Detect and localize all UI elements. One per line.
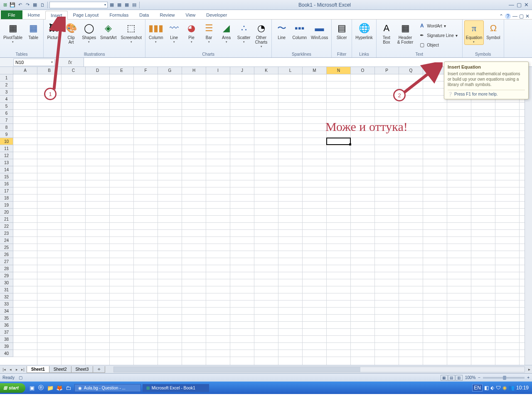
row-header-7[interactable]: 7 [0, 117, 13, 124]
tb-ie-icon[interactable]: ⓔ [37, 384, 45, 392]
qat-x2-icon[interactable]: ▦ [116, 2, 123, 8]
row-header-14[interactable]: 14 [0, 166, 13, 173]
header-footer-button[interactable]: ▦Header & Footer [396, 20, 415, 46]
col-header-E[interactable]: E [110, 67, 134, 74]
view-normal[interactable]: ▦ [441, 375, 448, 381]
row-header-31[interactable]: 31 [0, 286, 13, 293]
col-header-D[interactable]: D [86, 67, 110, 74]
col-header-H[interactable]: H [182, 67, 206, 74]
col-header-M[interactable]: M [303, 67, 327, 74]
row-header-16[interactable]: 16 [0, 180, 13, 187]
row-header-35[interactable]: 35 [0, 315, 13, 322]
col-header-B[interactable]: B [37, 67, 62, 74]
row-header-3[interactable]: 3 [0, 89, 13, 96]
row-header-39[interactable]: 39 [0, 343, 13, 350]
taskbar-task-chrome[interactable]: ◉Aula.bg - Question - ... [74, 384, 141, 392]
row-header-18[interactable]: 18 [0, 195, 13, 202]
col-header-I[interactable]: I [206, 67, 230, 74]
qat-x4-icon[interactable]: ▤ [131, 2, 138, 8]
name-box[interactable]: N10▾ [13, 59, 55, 66]
line-chart-button[interactable]: 〰Line▾ [166, 20, 182, 45]
tb-folder-icon[interactable]: 🗀 [64, 384, 73, 392]
sparkline-column-button[interactable]: ▪▪▪Column [291, 20, 308, 41]
row-header-15[interactable]: 15 [0, 173, 13, 180]
row-header-13[interactable]: 13 [0, 159, 13, 166]
zoom-in-icon[interactable]: + [527, 375, 530, 380]
undo-icon[interactable]: ↶ [17, 2, 23, 8]
clipart-button[interactable]: 🎨Clip Art [63, 20, 79, 46]
tab-developer[interactable]: Developer [201, 10, 232, 19]
row-header-27[interactable]: 27 [0, 258, 13, 265]
hscroll-right[interactable]: ▸ [527, 367, 532, 372]
col-header-F[interactable]: F [134, 67, 158, 74]
tab-pagelayout[interactable]: Page Layout [68, 10, 104, 19]
col-header-L[interactable]: L [278, 67, 303, 74]
select-all-corner[interactable] [0, 67, 13, 74]
help-icon[interactable]: ? [505, 13, 511, 19]
row-header-22[interactable]: 22 [0, 223, 13, 230]
taskbar-task-excel[interactable]: ⊞Microsoft Excel - Book1 [143, 384, 209, 392]
row-header-10[interactable]: 10 [0, 138, 13, 145]
col-header-O[interactable]: O [351, 67, 375, 74]
row-header-1[interactable]: 1 [0, 74, 13, 81]
doc-restore-icon[interactable]: ▢ [519, 13, 524, 19]
row-header-25[interactable]: 25 [0, 244, 13, 251]
qat-btn2-icon[interactable]: 🗋 [39, 2, 46, 8]
zoom-out-icon[interactable]: − [478, 375, 480, 380]
row-header-20[interactable]: 20 [0, 209, 13, 216]
sheet-tab-2[interactable]: Sheet2 [49, 366, 71, 373]
chevron-down-icon[interactable]: ▾ [51, 60, 53, 64]
sheet-nav-next[interactable]: ▸ [14, 367, 20, 372]
pivottable-button[interactable]: ▦PivotTable▾ [2, 20, 24, 45]
row-header-30[interactable]: 30 [0, 279, 13, 286]
row-header-19[interactable]: 19 [0, 202, 13, 209]
row-header-33[interactable]: 33 [0, 300, 13, 308]
col-header-N[interactable]: N [327, 67, 351, 74]
row-header-5[interactable]: 5 [0, 103, 13, 110]
sheet-nav-first[interactable]: |◂ [1, 367, 7, 372]
horizontal-scrollbar[interactable] [113, 367, 525, 372]
col-header-G[interactable]: G [158, 67, 182, 74]
new-sheet-button[interactable]: ✧ [93, 366, 105, 373]
picture-button[interactable]: 🖼Picture [45, 20, 62, 41]
row-header-17[interactable]: 17 [0, 187, 13, 195]
signature-line-button[interactable]: ✒Signature Line ▾ [416, 31, 460, 40]
row-header-40[interactable]: 40 [0, 350, 13, 357]
tray-lang[interactable]: EN [472, 384, 483, 392]
macro-record-icon[interactable]: ▢ [19, 375, 22, 380]
redo-icon[interactable]: ↷ [24, 2, 31, 8]
col-header-Q[interactable]: Q [399, 67, 423, 74]
sheet-nav-prev[interactable]: ◂ [7, 367, 13, 372]
row-header-24[interactable]: 24 [0, 237, 13, 244]
symbol-button[interactable]: ΩSymbol [485, 20, 502, 41]
object-button[interactable]: ▢Object [416, 40, 460, 49]
row-header-2[interactable]: 2 [0, 81, 13, 89]
hyperlink-button[interactable]: 🌐Hyperlink [354, 20, 374, 41]
shapes-button[interactable]: ◯Shapes▾ [80, 20, 98, 45]
pie-chart-button[interactable]: ◕Pie▾ [183, 20, 200, 45]
row-header-36[interactable]: 36 [0, 322, 13, 329]
row-header-23[interactable]: 23 [0, 230, 13, 237]
vertical-scrollbar[interactable] [525, 67, 532, 365]
tb-explorer-icon[interactable]: 📁 [46, 384, 54, 392]
screenshot-button[interactable]: ⬚Screenshot▾ [119, 20, 144, 45]
row-header-37[interactable]: 37 [0, 329, 13, 336]
tab-file[interactable]: File [1, 10, 22, 19]
column-chart-button[interactable]: ▮▮▮Column▾ [147, 20, 165, 45]
row-header-21[interactable]: 21 [0, 216, 13, 223]
excel-icon[interactable]: ⊞ [2, 2, 8, 8]
tray-icon2[interactable]: ⬖ [490, 385, 494, 391]
other-charts-button[interactable]: ◔Other Charts▾ [253, 20, 270, 49]
col-header-A[interactable]: A [13, 67, 37, 74]
qat-x1-icon[interactable]: ▦ [108, 2, 115, 8]
zoom-slider[interactable] [483, 377, 525, 379]
row-header-32[interactable]: 32 [0, 293, 13, 300]
tab-view[interactable]: View [180, 10, 201, 19]
tab-formulas[interactable]: Formulas [104, 10, 134, 19]
doc-min-icon[interactable]: — [512, 13, 517, 19]
selected-cell[interactable] [326, 138, 351, 145]
row-header-8[interactable]: 8 [0, 124, 13, 131]
bar-chart-button[interactable]: ☰Bar▾ [201, 20, 217, 45]
doc-close-icon[interactable]: ✕ [525, 13, 530, 19]
equation-button[interactable]: πEquation▾ [464, 20, 484, 45]
